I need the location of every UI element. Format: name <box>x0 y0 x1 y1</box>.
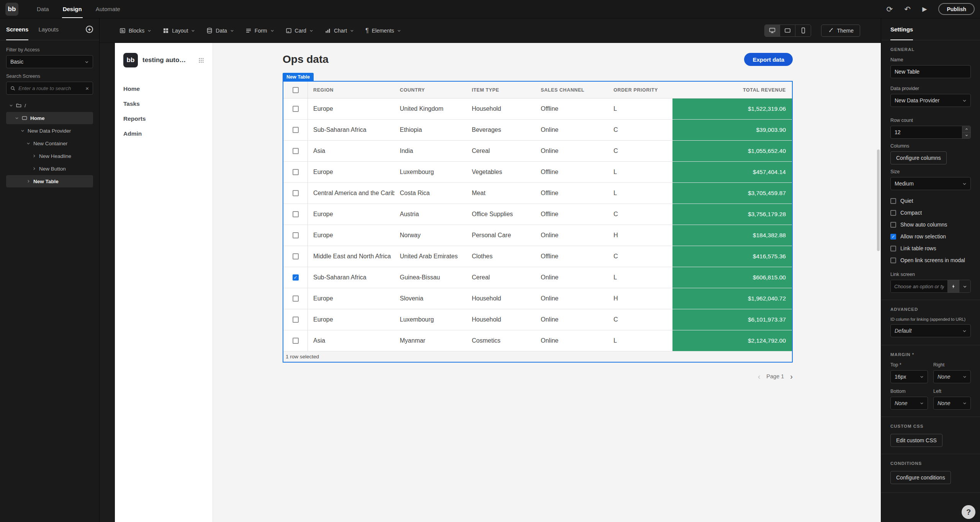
tree-item-new-headline[interactable]: New Headline <box>6 150 93 162</box>
checkbox-allow-row-selection[interactable]: ✓ <box>890 234 896 240</box>
row-count-input[interactable] <box>891 126 962 138</box>
tab-settings[interactable]: Settings <box>890 18 913 40</box>
toolbar-item-form[interactable]: Form <box>245 28 274 34</box>
nav-link-home[interactable]: Home <box>123 81 204 96</box>
row-checkbox[interactable] <box>293 148 299 154</box>
toolbar-item-card[interactable]: Card <box>286 28 313 34</box>
app-scrollbar[interactable] <box>877 149 880 251</box>
tree-item--[interactable]: / <box>6 99 93 112</box>
link-screen-input[interactable] <box>891 280 947 292</box>
edit-custom-css-button[interactable]: Edit custom CSS <box>890 434 942 447</box>
access-filter-select[interactable]: Basic <box>6 55 93 68</box>
row-checkbox[interactable] <box>293 106 299 112</box>
search-input[interactable] <box>18 85 82 91</box>
topbar-tab-data[interactable]: Data <box>30 0 56 18</box>
row-checkbox[interactable] <box>293 169 299 175</box>
blocks-icon <box>119 28 126 34</box>
select-all-checkbox[interactable] <box>293 87 299 93</box>
chevron-down-icon[interactable] <box>26 141 30 145</box>
configure-conditions-button[interactable]: Configure conditions <box>890 471 951 484</box>
preview-play-icon[interactable]: ▶ <box>922 6 927 12</box>
cell-region: Central America and the Caribb… <box>308 183 394 204</box>
margin-bottom-select[interactable]: None <box>890 397 928 410</box>
screen-search-box[interactable]: × <box>6 82 93 95</box>
row-checkbox[interactable] <box>293 338 299 344</box>
checkbox-show-auto-columns[interactable] <box>890 222 896 228</box>
tree-item-home[interactable]: Home <box>6 112 93 124</box>
row-checkbox[interactable] <box>293 211 299 217</box>
cell-item-type: Cosmetics <box>466 330 535 351</box>
data-provider-select[interactable]: New Data Provider <box>890 94 971 107</box>
chevron-down-icon[interactable] <box>959 280 970 292</box>
tree-item-new-table[interactable]: New Table <box>6 175 93 187</box>
grid-handle-icon[interactable] <box>198 57 204 63</box>
help-button[interactable]: ? <box>962 505 975 519</box>
add-screen-icon[interactable]: + <box>86 26 93 33</box>
tab-screens[interactable]: Screens <box>6 18 28 40</box>
nav-link-tasks[interactable]: Tasks <box>123 96 204 111</box>
link-screen-picker[interactable] <box>890 280 971 293</box>
toolbar-item-blocks[interactable]: Blocks <box>119 28 151 34</box>
table-row: AsiaIndiaCerealOnlineC$1,055,652.40 <box>283 141 792 162</box>
toolbar-item-data[interactable]: Data <box>206 28 234 34</box>
app-title: testing auto… <box>142 56 194 64</box>
configure-columns-button[interactable]: Configure columns <box>890 151 947 164</box>
chevron-down-icon[interactable] <box>15 116 19 120</box>
topbar-tab-automate[interactable]: Automate <box>89 0 127 18</box>
toolbar-item-chart[interactable]: Chart <box>325 28 354 34</box>
margin-top-select[interactable]: 16px <box>890 370 928 383</box>
chevron-down-icon[interactable] <box>9 103 13 107</box>
checkbox-compact[interactable] <box>890 210 896 216</box>
topbar-tab-design[interactable]: Design <box>56 0 89 18</box>
cell-total-revenue: $457,404.14 <box>672 162 792 182</box>
next-page-icon[interactable]: › <box>790 373 793 380</box>
row-checkbox[interactable] <box>293 295 299 302</box>
device-phone-button[interactable] <box>795 25 811 36</box>
chevron-right-icon[interactable] <box>26 179 30 183</box>
checkbox-link-table-rows[interactable] <box>890 246 896 251</box>
nav-link-reports[interactable]: Reports <box>123 111 204 126</box>
id-column-select[interactable]: Default <box>890 324 971 337</box>
margin-left-select[interactable]: None <box>933 397 971 410</box>
device-tablet-button[interactable] <box>780 25 795 36</box>
checkbox-open-link-screens-in-modal[interactable] <box>890 258 896 263</box>
row-count-stepper[interactable] <box>890 126 971 139</box>
checkbox-quiet[interactable] <box>890 198 896 204</box>
table-row: AsiaMyanmarCosmeticsOnlineL$2,124,792.00 <box>283 330 792 351</box>
tree-item-new-data-provider[interactable]: New Data Provider <box>6 125 93 137</box>
device-desktop-button[interactable] <box>765 25 780 36</box>
tab-layouts[interactable]: Layouts <box>38 18 59 40</box>
row-checkbox[interactable] <box>293 317 299 323</box>
chevron-right-icon[interactable] <box>32 167 36 171</box>
chevron-down-icon[interactable] <box>21 129 25 133</box>
size-select[interactable]: Medium <box>890 177 971 190</box>
name-field[interactable] <box>890 65 971 78</box>
chevron-right-icon[interactable] <box>32 154 36 158</box>
nav-link-admin[interactable]: Admin <box>123 126 204 141</box>
margin-right-select[interactable]: None <box>933 370 971 383</box>
toolbar-item-elements[interactable]: ¶Elements <box>365 28 401 34</box>
theme-button[interactable]: Theme <box>821 25 860 37</box>
clear-search-icon[interactable]: × <box>85 85 89 92</box>
stepper-up-icon[interactable] <box>962 126 970 133</box>
undo-icon[interactable]: ↶ <box>904 5 911 13</box>
row-checkbox[interactable] <box>293 190 299 196</box>
tree-item-new-container[interactable]: New Container <box>6 137 93 149</box>
cell-total-revenue: $184,382.88 <box>672 225 792 246</box>
tree-item-label: New Container <box>33 141 67 146</box>
prev-page-icon[interactable]: ‹ <box>758 373 761 380</box>
row-checkbox[interactable] <box>293 232 299 238</box>
sync-icon[interactable]: ⟳ <box>887 5 893 13</box>
row-checkbox[interactable] <box>293 253 299 259</box>
binding-bolt-icon[interactable] <box>947 280 959 292</box>
row-checkbox[interactable] <box>293 127 299 133</box>
toolbar-item-layout[interactable]: Layout <box>163 28 195 34</box>
data-icon <box>206 28 213 34</box>
export-data-button[interactable]: Export data <box>744 53 793 66</box>
checkbox-label: Allow row selection <box>900 233 946 240</box>
row-checkbox[interactable]: ✓ <box>293 274 299 281</box>
chevron-down-icon <box>270 29 274 33</box>
stepper-down-icon[interactable] <box>962 133 970 139</box>
publish-button[interactable]: Publish <box>938 3 975 15</box>
tree-item-new-button[interactable]: New Button <box>6 163 93 175</box>
